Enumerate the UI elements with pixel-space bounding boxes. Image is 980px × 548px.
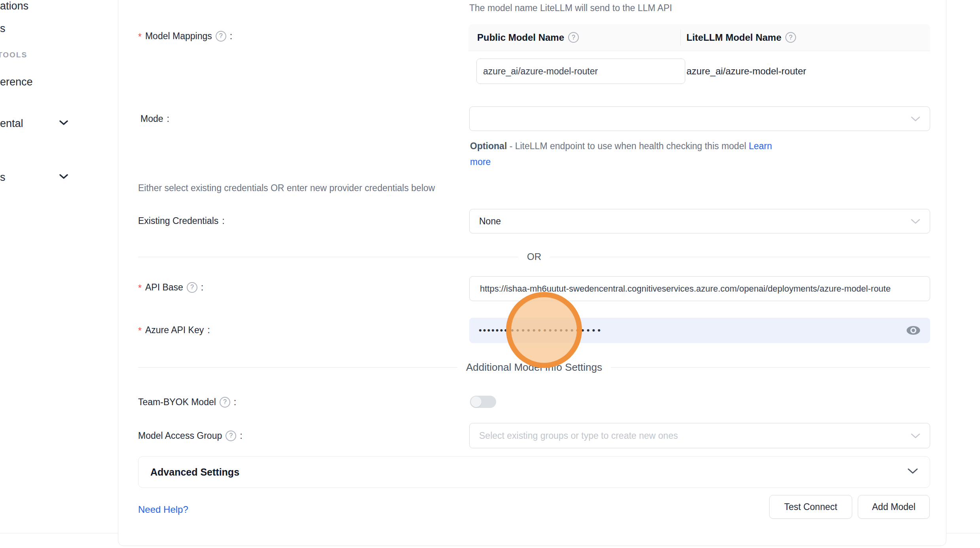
help-icon[interactable]: ? [220, 397, 230, 408]
help-icon[interactable]: ? [785, 32, 796, 43]
model-mappings-label: * Model Mappings ? : [138, 29, 232, 43]
help-icon[interactable]: ? [187, 282, 197, 293]
sidebar-item[interactable]: ations [0, 0, 28, 12]
sidebar-item[interactable]: ental [0, 118, 23, 130]
toggle-knob [471, 396, 481, 407]
column-header-public-model-name: Public Model Name [477, 32, 564, 43]
add-model-button[interactable]: Add Model [858, 495, 930, 519]
sidebar-item[interactable]: s [0, 23, 6, 35]
help-icon[interactable]: ? [226, 430, 236, 441]
mode-label: Mode : [140, 112, 169, 126]
help-icon[interactable]: ? [216, 31, 226, 42]
column-header-litellm-model-name: LiteLLM Model Name [686, 32, 781, 43]
model-access-group-label: Model Access Group ? : [138, 429, 243, 443]
help-icon[interactable]: ? [568, 32, 579, 43]
team-byok-toggle[interactable] [470, 396, 496, 408]
chevron-down-icon [911, 216, 920, 227]
mode-help-text: Optional - LiteLLM endpoint to use when … [470, 138, 794, 170]
masked-password-dots: ••••••••••••••••• [511, 326, 603, 335]
model-name-help-text: The model name LiteLLM will send to the … [469, 3, 672, 13]
required-mark: * [138, 326, 142, 336]
azure-api-key-input[interactable]: ••••••• ••••••••••••••••• [469, 318, 930, 343]
api-base-label: * API Base ? : [138, 280, 203, 294]
eye-icon[interactable] [906, 324, 921, 336]
additional-settings-divider: Additional Model Info Settings [138, 360, 930, 374]
litellm-model-name-value: azure_ai/azure-model-router [681, 66, 806, 77]
or-divider: OR [138, 250, 930, 264]
sidebar-item[interactable]: erence [0, 76, 33, 88]
team-byok-label: Team-BYOK Model ? : [138, 395, 236, 409]
required-mark: * [138, 32, 142, 42]
existing-credentials-select[interactable]: None [469, 209, 930, 233]
sidebar-item[interactable]: s [0, 171, 6, 184]
chevron-down-icon[interactable] [59, 174, 68, 181]
required-mark: * [138, 283, 142, 294]
credentials-note: Either select existing credentials OR en… [138, 183, 435, 193]
advanced-settings-panel[interactable]: Advanced Settings [138, 456, 930, 488]
table-row: azure_ai/azure-model-router [468, 51, 930, 91]
sidebar-section-label: TOOLS [0, 51, 27, 59]
select-placeholder: Select existing groups or type to create… [479, 430, 678, 441]
existing-credentials-label: Existing Credentials : [138, 214, 225, 228]
test-connect-button[interactable]: Test Connect [769, 495, 852, 519]
chevron-down-icon [911, 114, 920, 124]
api-base-input[interactable] [469, 276, 930, 301]
model-mappings-table: Public Model Name ? LiteLLM Model Name ?… [468, 24, 930, 91]
chevron-down-icon [908, 468, 918, 476]
azure-api-key-label: * Azure API Key : [138, 323, 210, 337]
need-help-link[interactable]: Need Help? [138, 504, 188, 515]
chevron-down-icon[interactable] [59, 120, 68, 127]
table-header-row: Public Model Name ? LiteLLM Model Name ? [468, 24, 930, 51]
add-model-form-card: The model name LiteLLM will send to the … [118, 0, 946, 546]
masked-password-dots: ••••••• [479, 326, 508, 335]
public-model-name-input[interactable] [476, 59, 685, 84]
chevron-down-icon [911, 430, 920, 441]
model-access-group-select[interactable]: Select existing groups or type to create… [469, 423, 930, 448]
mode-select[interactable] [469, 106, 930, 131]
